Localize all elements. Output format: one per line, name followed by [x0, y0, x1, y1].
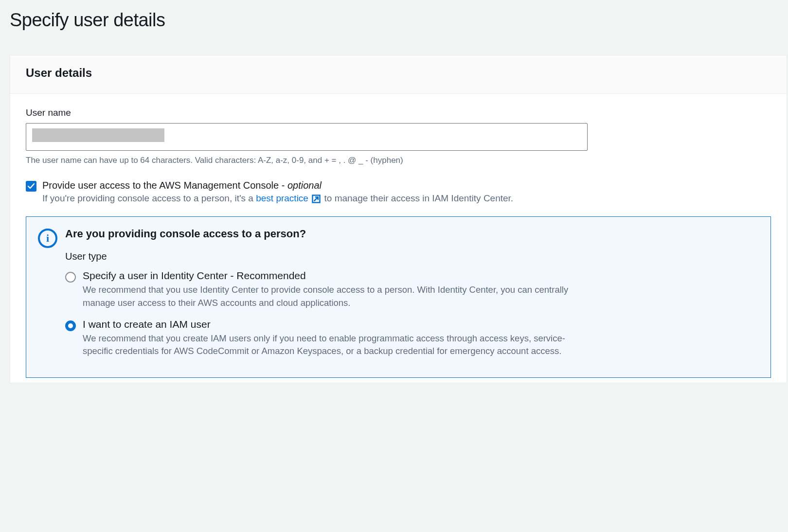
best-practice-link[interactable]: best practice: [256, 193, 308, 203]
hint-post: to manage their access in IAM Identity C…: [324, 193, 514, 203]
username-hint: The user name can have up to 64 characte…: [26, 156, 771, 165]
radio-button-iam-user[interactable]: [65, 320, 76, 331]
console-access-label: Provide user access to the AWS Managemen…: [42, 180, 287, 191]
username-input[interactable]: [26, 123, 588, 151]
radio-button-identity-center[interactable]: [65, 272, 76, 283]
username-redacted: [32, 128, 164, 142]
external-link-icon: [311, 194, 321, 204]
info-icon-wrap: i: [38, 229, 57, 367]
hint-pre: If you're providing console access to a …: [42, 193, 256, 203]
info-box-title: Are you providing console access to a pe…: [65, 228, 759, 240]
radio-label-iam-user: I want to create an IAM user: [83, 319, 569, 330]
user-details-panel: User details User name The user name can…: [10, 55, 787, 383]
radio-iam-user[interactable]: I want to create an IAM user We recommen…: [65, 319, 759, 358]
panel-header: User details: [10, 55, 787, 94]
console-access-hint: If you're providing console access to a …: [42, 193, 513, 204]
console-access-checkbox[interactable]: [26, 181, 36, 192]
radio-desc-identity-center: We recommend that you use Identity Cente…: [83, 284, 569, 310]
user-type-label: User type: [65, 251, 759, 262]
page-title: Specify user details: [10, 10, 787, 31]
username-label: User name: [26, 107, 771, 118]
optional-label: optional: [287, 180, 322, 191]
check-icon: [27, 182, 35, 190]
radio-desc-iam-user: We recommend that you create IAM users o…: [83, 332, 569, 358]
radio-identity-center[interactable]: Specify a user in Identity Center - Reco…: [65, 270, 759, 310]
radio-label-identity-center: Specify a user in Identity Center - Reco…: [83, 270, 569, 282]
user-type-info-box: i Are you providing console access to a …: [26, 216, 771, 378]
info-icon: i: [38, 229, 57, 248]
panel-heading: User details: [26, 66, 771, 80]
